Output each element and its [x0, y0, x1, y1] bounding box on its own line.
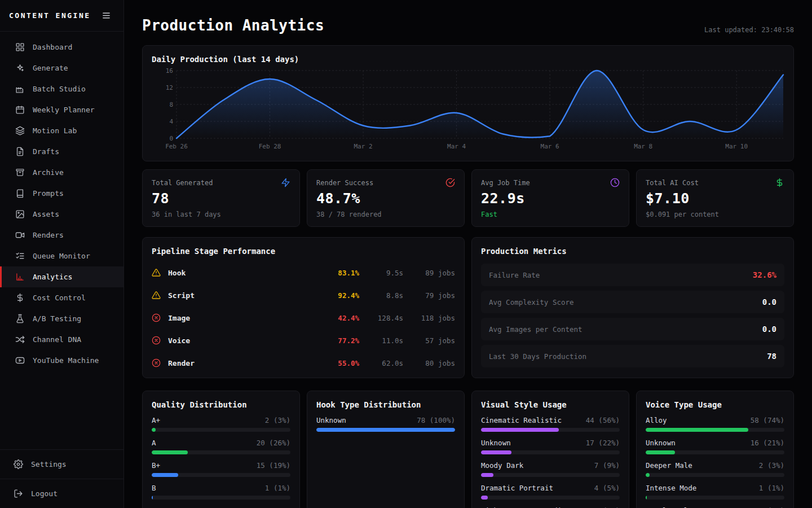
distribution-count: 20 (26%)	[257, 439, 290, 447]
pipeline-success-rate: 55.0%	[323, 359, 359, 367]
video-icon	[15, 230, 25, 240]
sidebar-item-generate[interactable]: Generate	[0, 58, 123, 78]
pipeline-performance-card: Pipeline Stage Performance Hook 83.1% 9.…	[142, 237, 465, 378]
progress-bar-track	[481, 496, 620, 500]
progress-bar-fill	[646, 496, 647, 500]
distribution-title: Hook Type Distribution	[316, 400, 455, 409]
metric-label: Avg Complexity Score	[489, 298, 574, 306]
distribution-item: A 20 (26%)	[152, 439, 290, 454]
distribution-count: 1 (1%)	[265, 484, 290, 492]
distribution-label: Unknown	[481, 439, 511, 447]
sidebar-item-label: YouTube Machine	[33, 356, 99, 365]
dollar-icon	[775, 178, 784, 187]
stat-card-render-success: Render Success 48.7% 38 / 78 rendered	[307, 169, 465, 227]
stat-label: Total Generated	[152, 179, 213, 187]
sidebar-item-prompts[interactable]: Prompts	[0, 183, 123, 204]
zap-icon	[281, 178, 290, 187]
pipeline-row-hook: Hook 83.1% 9.5s 89 jobs	[152, 261, 455, 284]
distribution-count: 2 (3%)	[759, 461, 784, 470]
progress-bar-track	[481, 473, 620, 477]
bar-chart-icon	[15, 272, 25, 282]
distribution-card-hook-type-distribution: Hook Type Distribution Unknown 78 (100%)	[307, 391, 465, 508]
hamburger-menu-button[interactable]	[102, 11, 111, 20]
pipeline-row-script: Script 92.4% 8.8s 79 jobs	[152, 284, 455, 306]
progress-bar-track	[152, 496, 290, 500]
stat-label: Total AI Cost	[646, 179, 699, 187]
sidebar-item-weekly-planner[interactable]: Weekly Planner	[0, 99, 123, 120]
distribution-label: A+	[152, 416, 160, 424]
pipeline-row-voice: Voice 77.2% 11.0s 57 jobs	[152, 329, 455, 352]
svg-text:Feb 28: Feb 28	[259, 143, 281, 150]
svg-text:0: 0	[169, 135, 173, 142]
distribution-label: Unknown	[646, 439, 676, 447]
check-circle-icon	[445, 178, 455, 187]
metric-value: 32.6%	[753, 270, 776, 279]
metric-value: 78	[767, 352, 776, 361]
progress-bar-fill	[646, 450, 675, 454]
distribution-label: B	[152, 484, 156, 492]
svg-text:12: 12	[166, 84, 173, 91]
distribution-label: Intense Mode	[646, 484, 696, 492]
pipeline-avg-time: 8.8s	[359, 291, 403, 300]
pipeline-job-count: 80 jobs	[403, 359, 455, 367]
pipeline-job-count: 89 jobs	[403, 269, 455, 277]
sidebar-item-label: Motion Lab	[33, 126, 77, 135]
progress-bar-fill	[481, 450, 511, 454]
sidebar-item-label: Queue Monitor	[33, 252, 90, 260]
sidebar-item-label: Drafts	[33, 147, 59, 156]
pipeline-stage-name: Render	[168, 359, 323, 367]
svg-text:Feb 26: Feb 26	[165, 143, 188, 150]
distribution-label: Cinematic Realistic	[481, 416, 562, 424]
archive-icon	[15, 168, 25, 177]
sidebar-item-youtube-machine[interactable]: YouTube Machine	[0, 350, 123, 371]
sidebar-item-label: Prompts	[33, 189, 64, 198]
distribution-label: Alloy	[646, 416, 667, 424]
progress-bar-fill	[481, 473, 493, 477]
sidebar-item-logout[interactable]: Logout	[0, 479, 123, 508]
sidebar-item-dashboard[interactable]: Dashboard	[0, 37, 123, 58]
metric-row: Avg Images per Content 0.0	[481, 318, 784, 340]
stat-card-total-generated: Total Generated 78 36 in last 7 days	[142, 169, 300, 227]
distribution-item: Dramatic Portrait 4 (5%)	[481, 484, 620, 500]
sidebar-item-archive[interactable]: Archive	[0, 162, 123, 183]
sidebar-item-queue-monitor[interactable]: Queue Monitor	[0, 246, 123, 266]
sidebar-item-channel-dna[interactable]: Channel DNA	[0, 329, 123, 350]
distribution-item: A+ 2 (3%)	[152, 416, 290, 432]
stat-value: 78	[152, 190, 290, 207]
sidebar-item-assets[interactable]: Assets	[0, 204, 123, 225]
pipeline-job-count: 79 jobs	[403, 291, 455, 300]
sidebar-item-renders[interactable]: Renders	[0, 225, 123, 246]
stat-card-avg-job-time: Avg Job Time 22.9s Fast	[471, 169, 629, 227]
distribution-item: Alloy 58 (74%)	[646, 416, 784, 432]
distribution-item: Moody Dark 7 (9%)	[481, 461, 620, 477]
sidebar-item-batch-studio[interactable]: Batch Studio	[0, 78, 123, 99]
sidebar-item-label: Channel DNA	[33, 335, 81, 344]
distribution-label: Dramatic Portrait	[481, 484, 553, 492]
distribution-card-visual-style-usage: Visual Style Usage Cinematic Realistic 4…	[471, 391, 629, 508]
pipeline-stage-name: Hook	[168, 269, 323, 277]
sidebar-bottom: Settings Logout	[0, 449, 123, 508]
progress-bar-track	[646, 473, 784, 477]
distribution-label: Deeper Male	[646, 461, 692, 470]
sidebar-item-cost-control[interactable]: Cost Control	[0, 287, 123, 308]
pipeline-row-render: Render 55.0% 62.0s 80 jobs	[152, 352, 455, 374]
sidebar-item-motion-lab[interactable]: Motion Lab	[0, 120, 123, 141]
page-title: Production Analytics	[142, 17, 324, 34]
metric-label: Failure Rate	[489, 271, 540, 279]
daily-production-chart: 0481216Feb 26Feb 28Mar 2Mar 4Mar 6Mar 8M…	[152, 67, 784, 153]
sidebar-item-settings[interactable]: Settings	[0, 449, 123, 479]
chart-title: Daily Production (last 14 days)	[152, 55, 784, 64]
progress-bar-fill	[316, 428, 455, 432]
progress-bar-track	[646, 496, 784, 500]
sidebar-item-analytics[interactable]: Analytics	[0, 266, 123, 287]
stat-label: Avg Job Time	[481, 179, 530, 187]
sidebar-item-label: Generate	[33, 64, 68, 72]
distribution-card-quality-distribution: Quality Distribution A+ 2 (3%) A 20 (26%…	[142, 391, 300, 508]
pipeline-stage-name: Voice	[168, 336, 323, 345]
sidebar-item-a-b-testing[interactable]: A/B Testing	[0, 308, 123, 329]
menu-icon	[102, 11, 111, 20]
distribution-count: 7 (9%)	[594, 461, 620, 470]
sidebar-item-label: Batch Studio	[33, 85, 86, 93]
sidebar-item-drafts[interactable]: Drafts	[0, 141, 123, 162]
stat-subtext: $0.091 per content	[646, 211, 784, 218]
